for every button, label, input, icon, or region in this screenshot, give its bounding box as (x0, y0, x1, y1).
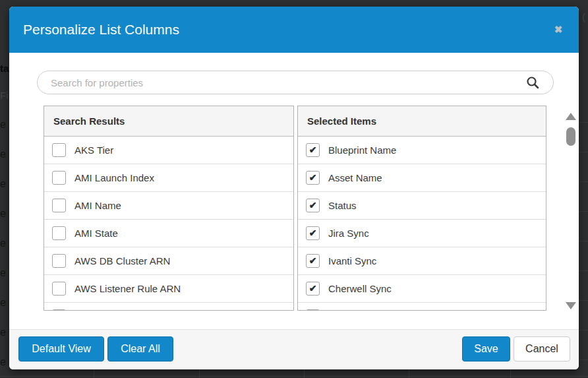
item-checkbox[interactable]: ✔ (52, 309, 66, 311)
background-row-line (579, 211, 588, 212)
background-text-fragment: e (0, 208, 6, 219)
list-item[interactable]: ✔ AWS DB Cluster ARN (44, 247, 293, 274)
item-checkbox[interactable]: ✔ (52, 282, 66, 296)
background-column-line (510, 369, 511, 378)
list-item[interactable]: ✔ Status (298, 191, 546, 219)
background-column-line (409, 369, 409, 378)
item-label: AWS DB Cluster ARN (74, 255, 170, 267)
list-item[interactable]: ✔ Approval Status (298, 302, 546, 311)
background-text-fragment: e (0, 179, 6, 189)
scroll-down-arrow-icon[interactable] (566, 302, 576, 309)
background-row-line (579, 270, 588, 271)
search-results-header: Search Results (44, 106, 293, 137)
item-checkbox[interactable]: ✔ (52, 226, 66, 240)
list-item[interactable]: ✔ AWS Listener Rule ARN (44, 274, 293, 302)
background-row-line (0, 376, 588, 377)
item-checkbox[interactable]: ✔ (306, 199, 320, 212)
selected-items-header: Selected Items (298, 106, 546, 137)
scroll-up-arrow-icon[interactable] (566, 113, 576, 120)
background-row-line (579, 152, 588, 152)
cancel-button[interactable]: Cancel (514, 336, 570, 362)
item-checkbox[interactable]: ✔ (306, 171, 320, 185)
background-text-fragment: ( (582, 12, 585, 22)
personalize-columns-dialog: Personalize List Columns ✖ Search Result… (9, 7, 579, 369)
list-item[interactable]: ✔ AMI Launch Index (44, 164, 293, 191)
item-checkbox[interactable]: ✔ (52, 254, 66, 268)
screen: taFieeeeeeeee( Personalize List Columns … (0, 0, 588, 378)
dialog-scrollbar (566, 108, 576, 311)
search-input[interactable] (37, 71, 554, 94)
item-label: Cherwell Sync (328, 283, 392, 294)
background-text-fragment: e (0, 268, 6, 278)
item-checkbox[interactable]: ✔ (306, 309, 320, 311)
selected-items-panel: Selected Items ✔ Blueprint Name ✔ Asset … (297, 106, 546, 311)
item-checkbox[interactable]: ✔ (52, 171, 66, 185)
background-row-line (579, 181, 588, 182)
item-label: Ivanti Sync (328, 255, 376, 267)
selected-items-list: ✔ Blueprint Name ✔ Asset Name ✔ Status (298, 137, 546, 311)
list-item[interactable]: ✔ Jira Sync (298, 219, 546, 247)
background-text-fragment: Fi (0, 90, 9, 100)
background-text-fragment: e (0, 357, 6, 367)
search-container (37, 71, 554, 94)
item-checkbox[interactable]: ✔ (306, 282, 320, 296)
background-text-fragment: ta (0, 63, 9, 73)
scrollbar-thumb[interactable] (566, 127, 575, 146)
item-label: AMI Launch Index (74, 172, 154, 183)
list-item[interactable]: ✔ Blueprint Name (298, 137, 546, 164)
close-icon[interactable]: ✖ (551, 22, 566, 37)
background-text-fragment: e (0, 119, 6, 130)
list-item[interactable]: ✔ Cherwell Sync (298, 274, 546, 302)
background-text-fragment: e (0, 238, 6, 249)
search-icon (526, 76, 539, 89)
background-text-fragment: e (0, 149, 6, 160)
item-label: Jira Sync (328, 228, 369, 239)
list-item[interactable]: ✔ Ivanti Sync (298, 247, 546, 274)
list-item[interactable]: ✔ AMI State (44, 219, 293, 247)
item-label: AMI Name (74, 200, 121, 211)
search-results-panel: Search Results ✔ AKS Tier ✔ AMI Launch I… (44, 106, 294, 311)
save-button[interactable]: Save (462, 336, 510, 362)
item-checkbox[interactable]: ✔ (306, 254, 320, 268)
clear-all-button[interactable]: Clear All (107, 336, 173, 362)
search-results-list: ✔ AKS Tier ✔ AMI Launch Index ✔ AMI Name (44, 137, 293, 311)
background-row-line (579, 300, 588, 301)
background-column-line (94, 369, 94, 378)
background-row-line (579, 330, 588, 331)
item-label: AKS Tier (74, 144, 113, 156)
background-row-line (579, 241, 588, 241)
list-item[interactable]: ✔ AMI Name (44, 191, 293, 219)
background-column-line (304, 369, 305, 378)
background-text-fragment: e (0, 298, 6, 308)
background-row-line (579, 360, 588, 360)
item-checkbox[interactable]: ✔ (52, 199, 66, 212)
item-label: Asset Name (328, 172, 382, 183)
dialog-header: Personalize List Columns ✖ (9, 7, 579, 53)
item-label: AMI State (74, 228, 118, 239)
background-row-line (579, 122, 588, 123)
dialog-footer: Default View Clear All Save Cancel (9, 329, 579, 369)
dialog-title: Personalize List Columns (23, 7, 179, 53)
list-item[interactable]: ✔ AKS Tier (44, 137, 293, 164)
item-checkbox[interactable]: ✔ (52, 143, 66, 157)
item-label: Blueprint Name (328, 144, 396, 156)
item-label: AWS Listener Rule ARN (74, 283, 181, 294)
item-label: Status (328, 200, 357, 211)
list-item[interactable]: ✔ AWS Load Balancer Name (44, 302, 293, 311)
background-column-line (199, 369, 200, 378)
item-checkbox[interactable]: ✔ (306, 226, 320, 240)
default-view-button[interactable]: Default View (18, 336, 104, 362)
background-text-fragment: e (0, 327, 6, 338)
item-checkbox[interactable]: ✔ (306, 143, 320, 157)
list-item[interactable]: ✔ Asset Name (298, 164, 546, 191)
